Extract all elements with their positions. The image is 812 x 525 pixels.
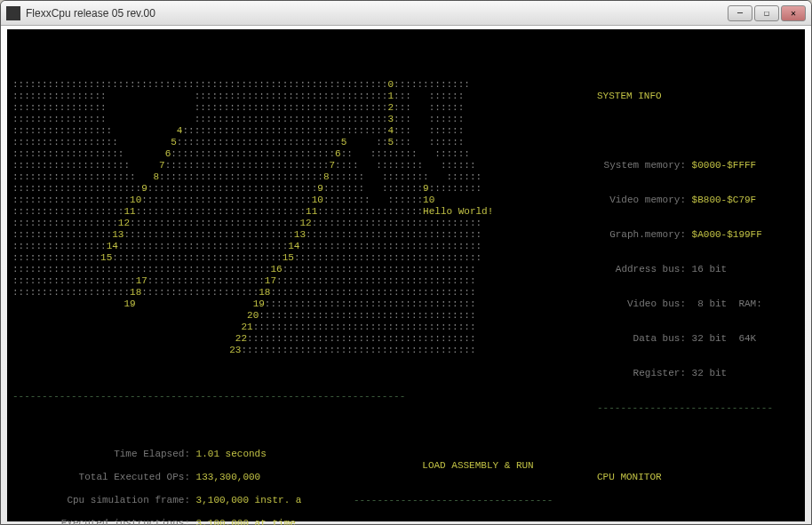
vidmem-label: Video memory: xyxy=(597,195,686,206)
sysmem-val: $0000-$FFFF xyxy=(692,160,757,171)
label-simframe: Cpu simulation frame: xyxy=(12,495,190,506)
window-title: FlexxCpu release 05 rev.00 xyxy=(26,7,728,20)
graphmem-val: $A000-$199FF xyxy=(692,229,762,240)
right-div-1: ------------------------------ xyxy=(597,402,800,414)
val-simframe: 3,100,000 instr. a xyxy=(196,495,302,505)
addrbus-val: 16 bit xyxy=(692,264,728,274)
vidmem-val: $B800-$C79F xyxy=(692,195,757,205)
sysinfo-header: SYSTEM INFO xyxy=(597,91,800,102)
load-panel: LOAD ASSEMBLY & RUN --------------------… xyxy=(354,437,602,525)
minimize-button[interactable]: — xyxy=(728,5,752,21)
close-button[interactable]: ✕ xyxy=(781,5,806,21)
load-header: LOAD ASSEMBLY & RUN xyxy=(354,460,602,472)
reg-label: Register: xyxy=(597,368,686,379)
terminal: ::::::::::::::::::::::::::::::::::::::::… xyxy=(7,29,805,521)
databus-val: 32 bit xyxy=(692,333,728,344)
val-time: 1.01 seconds xyxy=(196,449,267,459)
graphmem-label: Graph.memory: xyxy=(597,229,686,241)
app-window: FlexxCpu release 05 rev.00 — ☐ ✕ :::::::… xyxy=(0,0,812,525)
window-controls: — ☐ ✕ xyxy=(728,5,806,21)
ram-val: 64K xyxy=(738,333,756,344)
val-execinstr: 3,100,000 at time xyxy=(196,518,296,525)
app-icon xyxy=(6,6,20,20)
val-ops: 133,300,000 xyxy=(196,472,261,482)
maximize-button[interactable]: ☐ xyxy=(754,5,779,21)
addrbus-label: Address bus: xyxy=(597,264,686,275)
reg-val: 32 bit xyxy=(692,368,728,378)
sysmem-label: System memory: xyxy=(597,160,686,171)
right-panel: SYSTEM INFO System memory: $0000-$FFFF V… xyxy=(597,33,800,525)
titlebar[interactable]: FlexxCpu release 05 rev.00 — ☐ ✕ xyxy=(1,1,811,26)
label-ops: Total Executed OPs: xyxy=(12,472,190,483)
databus-label: Data bus: xyxy=(597,333,686,345)
ram-label: RAM: xyxy=(738,298,761,310)
label-execinstr: Executed instructions: xyxy=(12,518,190,525)
load-divider: ---------------------------------- xyxy=(354,495,602,506)
vidbus-val: 8 bit xyxy=(697,298,727,309)
cpumon-header: CPU MONITOR xyxy=(597,472,800,483)
label-time: Time Elapsed: xyxy=(12,449,190,460)
stats-left: Time Elapsed: 1.01 seconds Total Execute… xyxy=(12,437,350,525)
vidbus-label: Video bus: xyxy=(597,298,686,310)
